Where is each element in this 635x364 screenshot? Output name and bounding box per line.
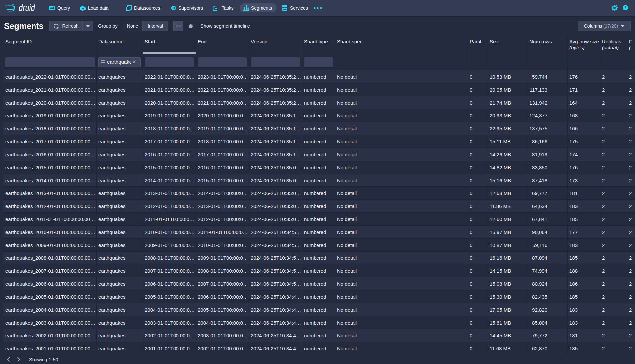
svg-text:?: ? [624, 6, 626, 10]
